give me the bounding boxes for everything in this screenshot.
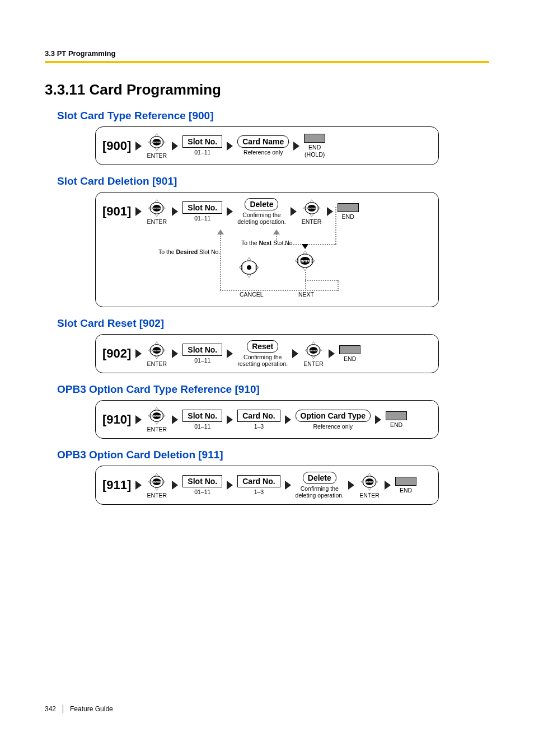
arrow-icon xyxy=(292,349,298,358)
arrow-icon xyxy=(172,349,178,358)
arrow-icon xyxy=(291,207,297,216)
end-label: END xyxy=(344,355,356,362)
dotted-line xyxy=(220,290,338,291)
enter-label: ENTER xyxy=(302,218,322,225)
chip-sublabel: 1–3 xyxy=(254,423,264,430)
chip-sublabel: 01–11 xyxy=(194,357,210,364)
end-button: END xyxy=(386,411,407,428)
step-chip: Slot No.01–11 xyxy=(182,135,222,156)
chip-label: Card No. xyxy=(237,475,280,487)
subsection-heading[interactable]: Slot Card Type Reference [900] xyxy=(57,110,489,122)
end-key-icon xyxy=(338,203,359,212)
chip-label: Reset xyxy=(247,340,278,353)
chip-sublabel: 01–11 xyxy=(194,215,210,222)
end-label: END xyxy=(390,421,402,428)
chip-label: Slot No. xyxy=(182,344,222,356)
program-code: [911] xyxy=(102,478,131,492)
chip-sublabel: 01–11 xyxy=(194,423,210,430)
arrow-icon xyxy=(172,142,178,151)
end-label: END xyxy=(400,487,412,494)
end-button: END xyxy=(339,345,360,362)
page-footer: 342 Feature Guide xyxy=(45,705,113,713)
chip-sublabel: Reference only xyxy=(243,149,283,156)
arrow-icon xyxy=(172,481,178,490)
enter-button: ENTER xyxy=(146,133,167,159)
footer-divider xyxy=(63,705,63,713)
enter-label: ENTER xyxy=(147,218,167,225)
chip-sublabel: 1–3 xyxy=(254,489,264,495)
program-code: [910] xyxy=(102,412,131,427)
procedure-row: [911]ENTERSlot No.01–11Card No.1–3Delete… xyxy=(102,472,432,499)
enter-label: ENTER xyxy=(147,152,167,159)
enter-icon xyxy=(146,472,167,491)
chip-label: Card No. xyxy=(237,410,280,422)
to-next-label: To the Next Slot No. xyxy=(241,240,294,246)
enter-icon xyxy=(293,250,317,274)
chip-sublabel: 01–11 xyxy=(194,489,210,495)
dotted-line xyxy=(220,234,221,290)
step-chip: ResetConfirming theresetting operation. xyxy=(237,340,288,367)
arrow-icon xyxy=(172,415,178,424)
enter-label: ENTER xyxy=(359,492,380,499)
to-desired-label: To the Desired Slot No. xyxy=(158,248,220,255)
step-chip: Slot No.01–11 xyxy=(182,201,222,222)
end-label: END(HOLD) xyxy=(305,144,325,157)
chip-label: Slot No. xyxy=(182,410,222,422)
step-chip: Slot No.01–11 xyxy=(182,475,222,495)
chip-label: Slot No. xyxy=(182,135,222,148)
procedure-row: [902]ENTERSlot No.01–11ResetConfirming t… xyxy=(102,340,432,367)
enter-icon xyxy=(301,199,322,218)
enter-button: ENTER xyxy=(359,472,380,499)
arrow-icon xyxy=(227,349,233,358)
chip-sublabel: Confirming theresetting operation. xyxy=(237,354,288,367)
procedure-box: [901]ENTERSlot No.01–11DeleteConfirming … xyxy=(95,192,439,307)
arrow-icon xyxy=(135,349,142,358)
chip-sublabel: Reference only xyxy=(313,423,353,430)
cancel-label: CANCEL xyxy=(240,291,264,298)
procedure-row: [901]ENTERSlot No.01–11DeleteConfirming … xyxy=(102,198,432,225)
end-button: END(HOLD) xyxy=(304,134,325,157)
enter-button: ENTER xyxy=(301,199,322,225)
arrow-icon xyxy=(172,207,178,216)
enter-button: ENTER xyxy=(146,472,167,499)
dotted-line xyxy=(305,272,306,291)
arrow-icon xyxy=(385,481,391,490)
chip-label: Option Card Type xyxy=(296,410,371,422)
program-code: [902] xyxy=(102,346,131,361)
loop-diagram: To the Next Slot No.To the Desired Slot … xyxy=(102,229,432,301)
arrow-icon xyxy=(329,349,335,358)
arrow-down-icon xyxy=(302,244,308,249)
footer-doc-title: Feature Guide xyxy=(70,705,113,713)
enter-label: ENTER xyxy=(147,492,167,499)
breadcrumb: 3.3 PT Programming xyxy=(45,49,489,58)
step-chip: Card NameReference only xyxy=(237,135,289,156)
enter-button: ENTER xyxy=(146,199,167,225)
arrow-icon xyxy=(285,481,291,490)
arrow-icon xyxy=(293,142,299,151)
end-label: END xyxy=(342,213,354,220)
enter-label: ENTER xyxy=(147,426,167,433)
subsection-heading[interactable]: OPB3 Option Card Deletion [911] xyxy=(57,449,489,461)
page-title: 3.3.11 Card Programming xyxy=(45,81,489,98)
program-code: [900] xyxy=(102,139,131,153)
enter-icon xyxy=(303,341,324,360)
dotted-line xyxy=(335,207,336,244)
subsection-heading[interactable]: OPB3 Option Card Type Reference [910] xyxy=(57,383,489,396)
next-label: NEXT xyxy=(298,291,314,298)
enter-button: ENTER xyxy=(146,341,167,367)
subsection-heading[interactable]: Slot Card Deletion [901] xyxy=(57,175,489,187)
chip-label: Slot No. xyxy=(182,201,222,214)
enter-icon xyxy=(359,472,380,491)
procedure-box: [902]ENTERSlot No.01–11ResetConfirming t… xyxy=(95,334,439,373)
procedure-box: [911]ENTERSlot No.01–11Card No.1–3Delete… xyxy=(95,466,439,505)
arrow-icon xyxy=(227,207,233,216)
dotted-line xyxy=(338,280,339,291)
enter-label: ENTER xyxy=(147,360,167,367)
subsection-heading[interactable]: Slot Card Reset [902] xyxy=(57,317,489,330)
step-chip: Slot No.01–11 xyxy=(182,410,222,430)
enter-button: ENTER xyxy=(303,341,324,367)
arrow-icon xyxy=(227,481,233,490)
procedure-box: [900]ENTERSlot No.01–11Card NameReferenc… xyxy=(95,126,439,165)
dotted-line xyxy=(305,280,338,281)
step-chip: DeleteConfirming thedeleting operation. xyxy=(237,198,285,225)
